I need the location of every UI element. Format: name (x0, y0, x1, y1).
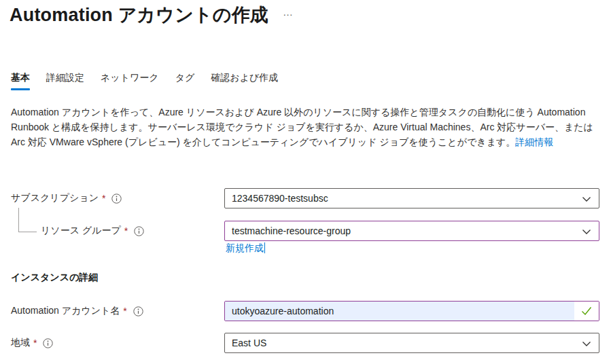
subscription-label: サブスクリプション (11, 192, 99, 204)
required-marker: * (102, 193, 105, 204)
region-label-group: 地域* (11, 333, 53, 353)
text-cursor (264, 242, 265, 253)
resource-group-control: testmachine-resource-group (224, 221, 599, 241)
wizard-tabs: 基本 詳細設定 ネットワーク タグ 確認および作成 (11, 72, 278, 90)
tab-networking[interactable]: ネットワーク (101, 72, 159, 90)
chevron-down-icon (582, 227, 591, 238)
tab-tags[interactable]: タグ (175, 72, 195, 90)
info-icon[interactable] (111, 194, 122, 204)
create-new-label: 新規作成 (226, 242, 264, 253)
info-icon[interactable] (43, 338, 53, 348)
region-value: East US (232, 338, 266, 348)
subscription-control: 1234567890-testsubsc (224, 188, 599, 208)
account-name-label: Automation アカウント名 (11, 305, 120, 317)
info-icon[interactable] (134, 226, 144, 236)
account-name-field (224, 301, 599, 321)
required-marker: * (124, 225, 128, 236)
more-options-icon[interactable]: … (283, 4, 294, 20)
region-dropdown[interactable]: East US (224, 333, 599, 353)
region-control: East US (224, 333, 599, 353)
tab-advanced[interactable]: 詳細設定 (46, 72, 84, 90)
create-automation-account-page: Automation アカウントの作成 … 基本 詳細設定 ネットワーク タグ … (0, 0, 611, 364)
resource-group-row: リソース グループ* testmachine-resource-group (0, 221, 611, 241)
page-title: Automation アカウントの作成 (10, 3, 268, 27)
chevron-down-icon (582, 339, 591, 350)
create-new-link[interactable]: 新規作成 (226, 242, 265, 255)
required-marker: * (33, 338, 37, 348)
learn-more-link[interactable]: 詳細情報 (515, 136, 553, 147)
resource-group-label-group: リソース グループ* (41, 221, 144, 241)
resource-group-dropdown[interactable]: testmachine-resource-group (224, 221, 599, 241)
description-text: Automation アカウントを作って、Azure リソースおよび Azure… (11, 107, 593, 147)
account-name-control (224, 301, 599, 321)
resource-group-value: testmachine-resource-group (232, 225, 351, 236)
tab-basics[interactable]: 基本 (11, 72, 30, 90)
account-name-input[interactable] (225, 302, 574, 321)
required-marker: * (123, 306, 126, 316)
chevron-down-icon (582, 194, 591, 206)
subscription-value: 1234567890-testsubsc (232, 193, 328, 204)
subscription-row: サブスクリプション* 1234567890-testsubsc (0, 188, 611, 208)
info-icon[interactable] (133, 306, 143, 316)
region-row: 地域* East US (0, 333, 611, 353)
instance-details-section-title: インスタンスの詳細 (11, 272, 98, 284)
page-description: Automation アカウントを作って、Azure リソースおよび Azure… (11, 105, 599, 149)
account-name-row: Automation アカウント名* (0, 301, 611, 321)
validation-success-icon (574, 302, 599, 321)
subscription-label-group: サブスクリプション* (11, 188, 122, 208)
subscription-dropdown[interactable]: 1234567890-testsubsc (224, 188, 599, 208)
region-label: 地域 (11, 337, 30, 349)
tab-review-create[interactable]: 確認および作成 (211, 72, 278, 90)
account-name-label-group: Automation アカウント名* (11, 301, 143, 321)
resource-group-label: リソース グループ (41, 225, 121, 237)
